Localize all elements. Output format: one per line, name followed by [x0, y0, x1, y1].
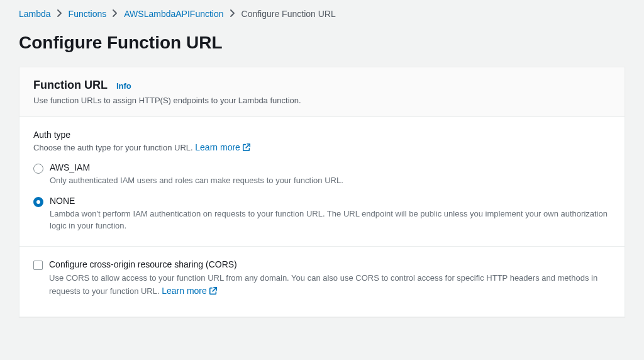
- radio-label: NONE: [50, 196, 611, 206]
- panel-description: Use function URLs to assign HTTP(S) endp…: [33, 96, 611, 105]
- breadcrumb-link-lambda[interactable]: Lambda: [19, 9, 51, 19]
- auth-type-description: Choose the auth type for your function U…: [33, 142, 611, 154]
- radio-description: Only authenticated IAM users and roles c…: [50, 174, 611, 187]
- radio-label: AWS_IAM: [50, 162, 611, 172]
- breadcrumb: Lambda Functions AWSLambdaAPIFunction Co…: [0, 0, 644, 25]
- breadcrumb-link-functions[interactable]: Functions: [69, 9, 107, 19]
- panel-header: Function URL Info Use function URLs to a…: [19, 67, 625, 117]
- radio-option-none[interactable]: NONE Lambda won't perform IAM authentica…: [33, 196, 611, 232]
- external-link-icon: [209, 286, 218, 300]
- radio-icon[interactable]: [33, 164, 43, 174]
- cors-description: Use CORS to allow access to your functio…: [49, 272, 611, 300]
- learn-more-link[interactable]: Learn more: [195, 142, 251, 152]
- radio-description: Lambda won't perform IAM authentication …: [50, 208, 611, 232]
- breadcrumb-current: Configure Function URL: [242, 9, 336, 19]
- chevron-right-icon: [113, 9, 118, 19]
- chevron-right-icon: [57, 9, 62, 19]
- checkbox-icon[interactable]: [33, 261, 43, 270]
- auth-type-label: Auth type: [33, 130, 611, 140]
- auth-type-radio-group: AWS_IAM Only authenticated IAM users and…: [33, 162, 611, 232]
- radio-icon[interactable]: [33, 197, 43, 207]
- panel-title: Function URL: [33, 79, 108, 92]
- cors-checkbox-item[interactable]: Configure cross-origin resource sharing …: [33, 259, 611, 300]
- cors-section: Configure cross-origin resource sharing …: [19, 247, 625, 317]
- chevron-right-icon: [230, 9, 235, 19]
- auth-type-section: Auth type Choose the auth type for your …: [19, 117, 625, 247]
- learn-more-link[interactable]: Learn more: [162, 286, 218, 296]
- breadcrumb-link-function-name[interactable]: AWSLambdaAPIFunction: [124, 9, 223, 19]
- function-url-panel: Function URL Info Use function URLs to a…: [19, 67, 625, 317]
- radio-option-aws-iam[interactable]: AWS_IAM Only authenticated IAM users and…: [33, 162, 611, 187]
- info-link[interactable]: Info: [116, 81, 131, 91]
- cors-label: Configure cross-origin resource sharing …: [49, 259, 611, 269]
- external-link-icon: [242, 143, 251, 154]
- page-title: Configure Function URL: [0, 25, 644, 67]
